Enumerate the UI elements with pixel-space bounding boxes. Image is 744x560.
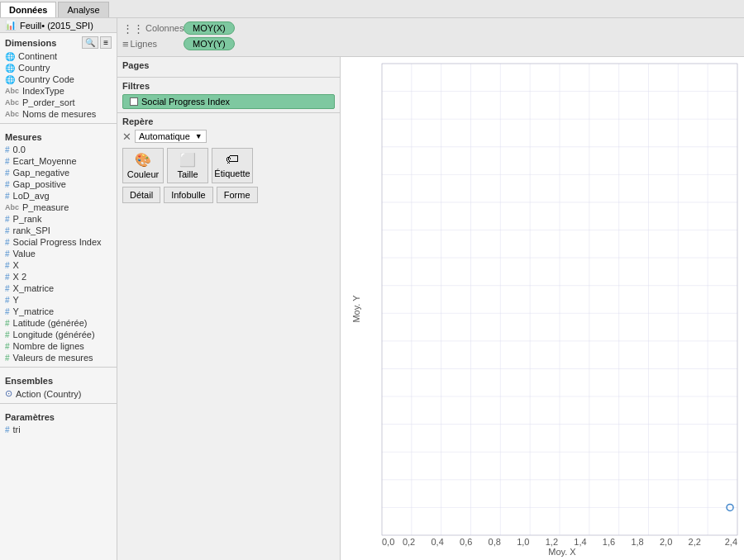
chart-plot: 0,00-0,05-0,10-0,15-0,20-0,25-0,30-0,35-… — [380, 57, 744, 560]
hash-icon-rankspi: # — [5, 226, 10, 235]
x-axis-label: 1,4 — [566, 537, 595, 547]
mes-valmesures[interactable]: #Valeurs de mesures — [0, 352, 117, 363]
sidebar: 📊 Feuill• (2015_SPI) Dimensions 🔍 ≡ 🌐 Co… — [0, 18, 117, 560]
marks-buttons-row: 🎨 Couleur ⬜ Taille 🏷 Étiquette — [122, 148, 335, 183]
marks-type-dropdown[interactable]: Automatique ▼ — [135, 130, 207, 143]
divider-2 — [0, 367, 117, 368]
x-axis-container: 0,00,20,40,60,81,01,21,41,61,82,02,22,4 … — [380, 537, 744, 560]
dim-continent[interactable]: 🌐 Continent — [0, 50, 117, 62]
x-axis-labels: 0,00,20,40,60,81,01,21,41,61,82,02,22,4 — [380, 537, 744, 547]
x-axis-label: 0,0 — [382, 537, 394, 547]
mes-ymatrice-label: Y_matrice — [13, 306, 55, 316]
mes-gap-neg-label: Gap_negative — [13, 168, 70, 178]
marks-type-label: Automatique — [139, 131, 190, 141]
mes-rankspi[interactable]: #rank_SPI — [0, 225, 117, 236]
hash-icon-value: # — [5, 249, 10, 259]
mes-lon-label: Longitude (générée) — [13, 330, 95, 339]
mes-ecart[interactable]: #Ecart_Moyenne — [0, 155, 117, 167]
mes-gap-neg[interactable]: #Gap_negative — [0, 167, 117, 178]
globe-icon-continent: 🌐 — [5, 52, 15, 61]
filter-pill-spi[interactable]: Social Progress Index — [122, 94, 335, 109]
taille-label: Taille — [177, 169, 198, 179]
dim-country-code[interactable]: 🌐 Country Code — [0, 74, 117, 85]
mes-nblignes[interactable]: #Nombre de lignes — [0, 340, 117, 352]
mes-rankspi-label: rank_SPI — [13, 225, 50, 235]
mes-spi-label: Social Progress Index — [13, 237, 102, 247]
sort-btn[interactable]: ≡ — [100, 36, 112, 49]
chart-inner: Moy. Y 0,00-0,05-0,10-0,15-0,20-0,25-0,3… — [341, 57, 744, 560]
mes-ecart-label: Ecart_Moyenne — [13, 156, 77, 166]
dim-indextype[interactable]: Abc IndexType — [0, 85, 117, 97]
mes-y-label: Y — [13, 295, 19, 305]
hash-icon-prank: # — [5, 215, 10, 224]
x-axis-label: 0,6 — [451, 537, 480, 547]
x-axis-label: 1,6 — [594, 537, 623, 547]
marks-btn-taille[interactable]: ⬜ Taille — [167, 148, 208, 183]
dim-country[interactable]: 🌐 Country — [0, 62, 117, 74]
mes-spi[interactable]: #Social Progress Index — [0, 236, 117, 248]
param-tri-label: tri — [13, 425, 21, 434]
mes-y[interactable]: #Y — [0, 294, 117, 306]
hash-icon-lod: # — [5, 192, 10, 201]
search-btn[interactable]: 🔍 — [82, 36, 98, 49]
shelves-area: ⋮⋮ Colonnes MOY(X) ≡ Lignes MOY(Y) — [117, 18, 744, 57]
x-axis-label: 0,2 — [394, 537, 423, 547]
mes-pmeasure[interactable]: AbcP_measure — [0, 202, 117, 213]
top-tab-bar: Données Analyse — [0, 0, 744, 18]
set-icon-action: ⊙ — [5, 388, 12, 399]
ens-action[interactable]: ⊙ Action (Country) — [0, 387, 117, 400]
dim-country-label: Country — [18, 63, 50, 73]
mes-xmatrice[interactable]: #X_matrice — [0, 282, 117, 294]
filters-section: Filtres Social Progress Index — [117, 78, 340, 113]
couleur-label: Couleur — [127, 169, 160, 179]
mes-x[interactable]: #X — [0, 259, 117, 271]
filters-label: Filtres — [122, 81, 335, 91]
marks-btn2-detail[interactable]: Détail — [122, 187, 160, 203]
mes-value[interactable]: #Value — [0, 248, 117, 259]
detail-label: Détail — [130, 190, 153, 200]
marks-btn2-infobulle[interactable]: Infobulle — [164, 187, 213, 203]
hash-icon-spi: # — [5, 238, 10, 247]
abc-icon-noms: Abc — [5, 110, 19, 118]
tab-donnees[interactable]: Données — [0, 2, 56, 17]
dim-noms[interactable]: Abc Noms de mesures — [0, 108, 117, 120]
lines-shelf-row: ≡ Lignes MOY(Y) — [122, 37, 739, 50]
mes-lod-label: LoD_avg — [13, 191, 50, 201]
dim-porder[interactable]: Abc P_order_sort — [0, 97, 117, 108]
hashgreen-icon-nblignes: # — [5, 342, 10, 351]
mes-gap-pos[interactable]: #Gap_positive — [0, 178, 117, 190]
dimensions-toolbar: 🔍 ≡ — [82, 36, 112, 49]
tab-analyse[interactable]: Analyse — [58, 2, 108, 17]
mes-x2[interactable]: #X 2 — [0, 271, 117, 282]
x-axis-label: 1,2 — [537, 537, 566, 547]
x-axis-label: 1,0 — [509, 537, 538, 547]
mes-lod[interactable]: #LoD_avg — [0, 190, 117, 202]
columns-shelf-pill[interactable]: MOY(X) — [184, 21, 235, 35]
mes-lat[interactable]: #Latitude (générée) — [0, 317, 117, 329]
sheet-tab[interactable]: 📊 Feuill• (2015_SPI) — [0, 18, 117, 33]
lines-shelf-label: ≡ Lignes — [122, 38, 180, 50]
mes-lat-label: Latitude (générée) — [13, 318, 88, 328]
mes-lon[interactable]: #Longitude (générée) — [0, 329, 117, 340]
mes-00-label: 0.0 — [13, 145, 26, 154]
ensembles-label: Ensembles — [0, 371, 117, 387]
pages-section: Pages — [117, 57, 340, 78]
mes-prank[interactable]: #P_rank — [0, 213, 117, 225]
forme-label: Forme — [224, 190, 250, 200]
param-tri[interactable]: # tri — [0, 424, 117, 435]
marks-btn2-forme[interactable]: Forme — [217, 187, 258, 203]
abc-icon-pmeasure: Abc — [5, 203, 19, 211]
hash-icon-x2: # — [5, 273, 10, 282]
dimensions-label: Dimensions — [5, 38, 56, 48]
columns-lines-icon: ⋮⋮ — [122, 22, 144, 35]
mes-00[interactable]: #0.0 — [0, 144, 117, 155]
etiquette-label: Étiquette — [214, 168, 250, 178]
marks-btn-couleur[interactable]: 🎨 Couleur — [122, 148, 164, 183]
marks-btn-etiquette[interactable]: 🏷 Étiquette — [212, 148, 253, 183]
main-layout: 📊 Feuill• (2015_SPI) Dimensions 🔍 ≡ 🌐 Co… — [0, 18, 744, 560]
lines-shelf-pill[interactable]: MOY(Y) — [184, 37, 235, 50]
mes-prank-label: P_rank — [13, 214, 42, 224]
columns-shelf-label: ⋮⋮ Colonnes — [122, 22, 180, 35]
mes-ymatrice[interactable]: #Y_matrice — [0, 306, 117, 317]
abc-icon-porder: Abc — [5, 98, 19, 107]
